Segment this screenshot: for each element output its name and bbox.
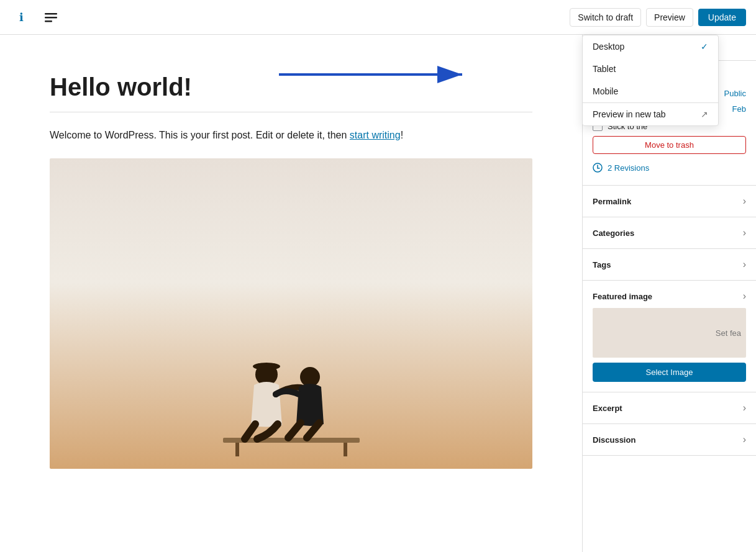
- discussion-row[interactable]: Discussion ›: [593, 434, 746, 445]
- discussion-chevron: ›: [743, 434, 746, 445]
- visibility-value[interactable]: Public: [724, 89, 746, 98]
- update-button[interactable]: Update: [698, 9, 746, 26]
- tablet-label: Tablet: [593, 64, 616, 74]
- excerpt-row[interactable]: Excerpt ›: [593, 402, 746, 414]
- post-image: [50, 158, 532, 469]
- featured-image-label: Featured image: [593, 292, 652, 301]
- categories-section: Categories ›: [583, 217, 756, 249]
- post-body: Welcome to WordPress. This is your first…: [50, 127, 532, 143]
- svg-rect-7: [344, 443, 347, 456]
- post-body-text: Welcome to WordPress. This is your first…: [50, 130, 350, 140]
- tags-row[interactable]: Tags ›: [593, 259, 746, 270]
- external-link-icon: ↗: [701, 109, 708, 119]
- mobile-option[interactable]: Mobile: [583, 80, 718, 102]
- mobile-label: Mobile: [593, 86, 618, 96]
- people-silhouette: [211, 332, 372, 456]
- discussion-section: Discussion ›: [583, 424, 756, 456]
- hamburger-icon: [45, 11, 57, 24]
- preview-new-tab-option[interactable]: Preview in new tab ↗: [583, 103, 718, 125]
- editor-area: Hello world! Welcome to WordPress. This …: [0, 35, 582, 552]
- publish-value[interactable]: Feb: [732, 104, 746, 114]
- revisions-label: 2 Revisions: [608, 163, 649, 173]
- post-divider: [50, 112, 532, 112]
- featured-image-preview: Set fea: [593, 308, 746, 358]
- svg-rect-6: [235, 443, 239, 456]
- switch-to-draft-button[interactable]: Switch to draft: [570, 8, 641, 27]
- revisions-icon: [593, 163, 603, 173]
- featured-row[interactable]: Featured image ›: [593, 291, 746, 302]
- excerpt-section: Excerpt ›: [583, 392, 756, 424]
- move-to-trash-button[interactable]: Move to trash: [593, 136, 746, 154]
- desktop-label: Desktop: [593, 42, 624, 52]
- categories-label: Categories: [593, 228, 634, 238]
- info-icon: ℹ: [19, 11, 24, 24]
- start-writing-link[interactable]: start writing: [350, 130, 401, 140]
- svg-rect-0: [45, 13, 57, 15]
- menu-button[interactable]: [40, 6, 62, 29]
- select-image-button[interactable]: Select Image: [593, 363, 746, 382]
- permalink-chevron: ›: [743, 196, 746, 207]
- svg-rect-1: [45, 17, 57, 19]
- preview-button[interactable]: Preview: [646, 8, 693, 27]
- tablet-option[interactable]: Tablet: [583, 58, 718, 80]
- permalink-label: Permalink: [593, 197, 631, 206]
- revisions-row[interactable]: 2 Revisions: [593, 160, 746, 175]
- svg-rect-10: [257, 363, 276, 372]
- set-featured-label: Set fea: [716, 328, 741, 338]
- topbar: ℹ Switch to draft Preview Update: [0, 0, 756, 35]
- post-title[interactable]: Hello world!: [50, 72, 532, 102]
- topbar-right: Switch to draft Preview Update: [570, 8, 746, 27]
- featured-image-section: Featured image › Set fea Select Image: [583, 281, 756, 392]
- categories-chevron: ›: [743, 227, 746, 238]
- tags-label: Tags: [593, 260, 611, 269]
- desktop-option[interactable]: Desktop ✓: [583, 35, 718, 58]
- post-body-end: !: [401, 130, 403, 140]
- categories-row[interactable]: Categories ›: [593, 227, 746, 238]
- info-button[interactable]: ℹ: [10, 6, 32, 29]
- topbar-left: ℹ: [10, 6, 62, 29]
- featured-image-chevron: ›: [743, 291, 746, 302]
- preview-new-tab-label: Preview in new tab: [593, 109, 666, 119]
- excerpt-chevron: ›: [743, 402, 746, 414]
- svg-rect-2: [45, 20, 52, 22]
- permalink-section: Permalink ›: [583, 186, 756, 217]
- permalink-row[interactable]: Permalink ›: [593, 196, 746, 207]
- preview-dropdown: Desktop ✓ Tablet Mobile Preview in new t…: [582, 35, 719, 126]
- tags-section: Tags ›: [583, 249, 756, 281]
- tags-chevron: ›: [743, 259, 746, 270]
- post-image-bg: [50, 158, 532, 469]
- discussion-label: Discussion: [593, 435, 635, 445]
- check-icon: ✓: [701, 42, 708, 52]
- excerpt-label: Excerpt: [593, 404, 622, 413]
